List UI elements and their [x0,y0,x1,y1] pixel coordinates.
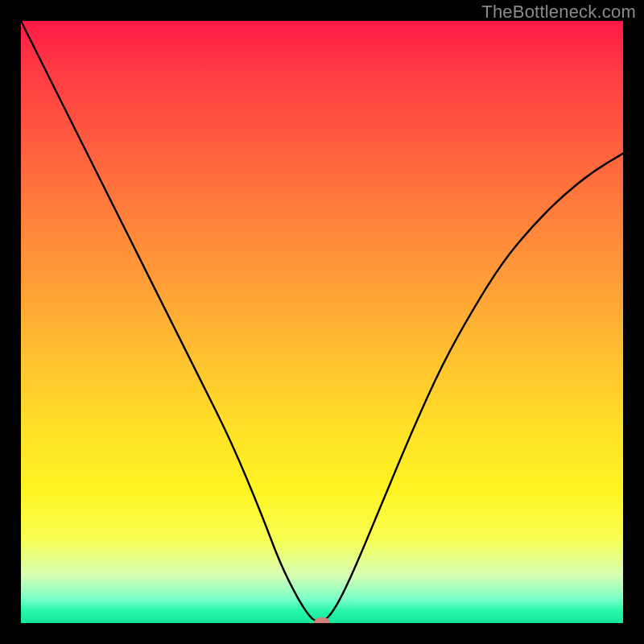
curve-path [21,21,623,622]
min-point-marker [314,617,330,623]
curve-svg [21,21,623,623]
chart-frame: TheBottleneck.com [0,0,644,644]
plot-area [21,21,623,623]
watermark-text: TheBottleneck.com [481,2,636,23]
